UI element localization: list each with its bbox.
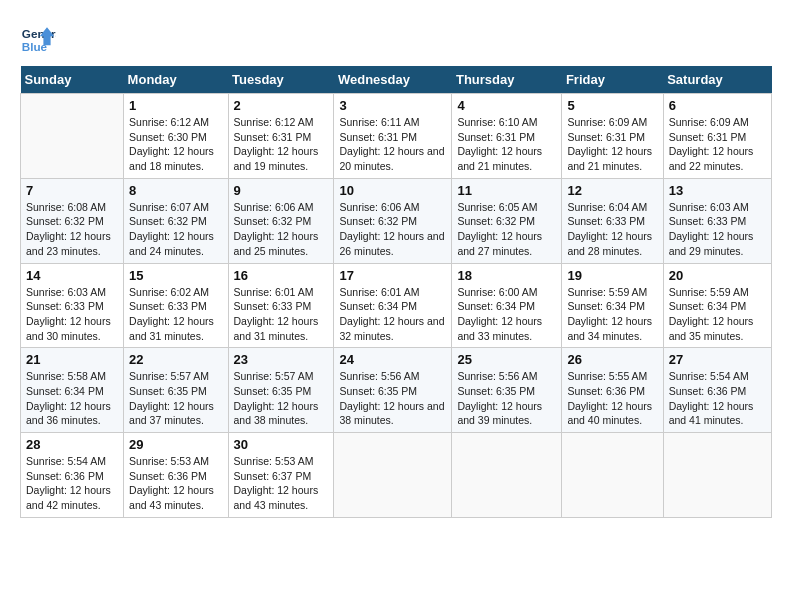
day-info: Sunrise: 6:06 AMSunset: 6:32 PMDaylight:… [234,200,329,259]
calendar-cell: 4 Sunrise: 6:10 AMSunset: 6:31 PMDayligh… [452,94,562,179]
day-number: 25 [457,352,556,367]
day-info: Sunrise: 6:06 AMSunset: 6:32 PMDaylight:… [339,200,446,259]
day-info: Sunrise: 5:59 AMSunset: 6:34 PMDaylight:… [567,285,657,344]
day-info: Sunrise: 6:11 AMSunset: 6:31 PMDaylight:… [339,115,446,174]
day-number: 21 [26,352,118,367]
day-info: Sunrise: 6:01 AMSunset: 6:33 PMDaylight:… [234,285,329,344]
weekday-header: Tuesday [228,66,334,94]
calendar-cell: 22 Sunrise: 5:57 AMSunset: 6:35 PMDaylig… [124,348,228,433]
day-number: 26 [567,352,657,367]
calendar-cell: 9 Sunrise: 6:06 AMSunset: 6:32 PMDayligh… [228,178,334,263]
day-number: 10 [339,183,446,198]
day-info: Sunrise: 6:10 AMSunset: 6:31 PMDaylight:… [457,115,556,174]
day-info: Sunrise: 5:54 AMSunset: 6:36 PMDaylight:… [669,369,766,428]
day-number: 14 [26,268,118,283]
day-number: 1 [129,98,222,113]
calendar-table: SundayMondayTuesdayWednesdayThursdayFrid… [20,66,772,518]
day-info: Sunrise: 6:03 AMSunset: 6:33 PMDaylight:… [26,285,118,344]
day-number: 7 [26,183,118,198]
calendar-cell: 28 Sunrise: 5:54 AMSunset: 6:36 PMDaylig… [21,433,124,518]
calendar-cell: 11 Sunrise: 6:05 AMSunset: 6:32 PMDaylig… [452,178,562,263]
day-number: 4 [457,98,556,113]
logo: General Blue [20,20,62,56]
day-number: 24 [339,352,446,367]
calendar-cell: 6 Sunrise: 6:09 AMSunset: 6:31 PMDayligh… [663,94,771,179]
calendar-cell: 25 Sunrise: 5:56 AMSunset: 6:35 PMDaylig… [452,348,562,433]
day-number: 22 [129,352,222,367]
day-info: Sunrise: 5:57 AMSunset: 6:35 PMDaylight:… [129,369,222,428]
day-number: 8 [129,183,222,198]
day-info: Sunrise: 6:12 AMSunset: 6:30 PMDaylight:… [129,115,222,174]
calendar-cell: 23 Sunrise: 5:57 AMSunset: 6:35 PMDaylig… [228,348,334,433]
day-info: Sunrise: 6:03 AMSunset: 6:33 PMDaylight:… [669,200,766,259]
weekday-header: Wednesday [334,66,452,94]
day-number: 13 [669,183,766,198]
day-number: 17 [339,268,446,283]
weekday-header: Saturday [663,66,771,94]
day-info: Sunrise: 6:02 AMSunset: 6:33 PMDaylight:… [129,285,222,344]
day-info: Sunrise: 5:56 AMSunset: 6:35 PMDaylight:… [339,369,446,428]
calendar-cell: 30 Sunrise: 5:53 AMSunset: 6:37 PMDaylig… [228,433,334,518]
calendar-cell: 21 Sunrise: 5:58 AMSunset: 6:34 PMDaylig… [21,348,124,433]
day-number: 16 [234,268,329,283]
page-header: General Blue [20,20,772,56]
day-info: Sunrise: 6:09 AMSunset: 6:31 PMDaylight:… [567,115,657,174]
calendar-cell [334,433,452,518]
calendar-cell: 29 Sunrise: 5:53 AMSunset: 6:36 PMDaylig… [124,433,228,518]
day-info: Sunrise: 5:57 AMSunset: 6:35 PMDaylight:… [234,369,329,428]
day-number: 30 [234,437,329,452]
calendar-cell: 26 Sunrise: 5:55 AMSunset: 6:36 PMDaylig… [562,348,663,433]
day-number: 18 [457,268,556,283]
calendar-cell: 27 Sunrise: 5:54 AMSunset: 6:36 PMDaylig… [663,348,771,433]
day-info: Sunrise: 5:59 AMSunset: 6:34 PMDaylight:… [669,285,766,344]
day-info: Sunrise: 5:53 AMSunset: 6:36 PMDaylight:… [129,454,222,513]
weekday-header: Friday [562,66,663,94]
day-info: Sunrise: 6:12 AMSunset: 6:31 PMDaylight:… [234,115,329,174]
calendar-cell [562,433,663,518]
calendar-cell [452,433,562,518]
day-number: 5 [567,98,657,113]
day-number: 15 [129,268,222,283]
calendar-cell: 10 Sunrise: 6:06 AMSunset: 6:32 PMDaylig… [334,178,452,263]
calendar-cell: 17 Sunrise: 6:01 AMSunset: 6:34 PMDaylig… [334,263,452,348]
weekday-header: Sunday [21,66,124,94]
day-info: Sunrise: 6:04 AMSunset: 6:33 PMDaylight:… [567,200,657,259]
calendar-cell: 12 Sunrise: 6:04 AMSunset: 6:33 PMDaylig… [562,178,663,263]
day-info: Sunrise: 6:08 AMSunset: 6:32 PMDaylight:… [26,200,118,259]
calendar-cell [663,433,771,518]
day-info: Sunrise: 6:01 AMSunset: 6:34 PMDaylight:… [339,285,446,344]
day-number: 19 [567,268,657,283]
day-number: 23 [234,352,329,367]
day-number: 29 [129,437,222,452]
calendar-cell: 1 Sunrise: 6:12 AMSunset: 6:30 PMDayligh… [124,94,228,179]
calendar-cell: 15 Sunrise: 6:02 AMSunset: 6:33 PMDaylig… [124,263,228,348]
weekday-header: Monday [124,66,228,94]
weekday-header: Thursday [452,66,562,94]
calendar-cell: 7 Sunrise: 6:08 AMSunset: 6:32 PMDayligh… [21,178,124,263]
calendar-cell: 14 Sunrise: 6:03 AMSunset: 6:33 PMDaylig… [21,263,124,348]
calendar-cell: 3 Sunrise: 6:11 AMSunset: 6:31 PMDayligh… [334,94,452,179]
calendar-cell: 5 Sunrise: 6:09 AMSunset: 6:31 PMDayligh… [562,94,663,179]
calendar-cell: 24 Sunrise: 5:56 AMSunset: 6:35 PMDaylig… [334,348,452,433]
day-number: 6 [669,98,766,113]
day-number: 3 [339,98,446,113]
day-number: 2 [234,98,329,113]
day-info: Sunrise: 5:58 AMSunset: 6:34 PMDaylight:… [26,369,118,428]
calendar-cell: 2 Sunrise: 6:12 AMSunset: 6:31 PMDayligh… [228,94,334,179]
day-number: 12 [567,183,657,198]
day-info: Sunrise: 6:05 AMSunset: 6:32 PMDaylight:… [457,200,556,259]
calendar-cell: 13 Sunrise: 6:03 AMSunset: 6:33 PMDaylig… [663,178,771,263]
calendar-cell: 20 Sunrise: 5:59 AMSunset: 6:34 PMDaylig… [663,263,771,348]
day-info: Sunrise: 5:54 AMSunset: 6:36 PMDaylight:… [26,454,118,513]
calendar-cell [21,94,124,179]
day-info: Sunrise: 6:07 AMSunset: 6:32 PMDaylight:… [129,200,222,259]
calendar-cell: 8 Sunrise: 6:07 AMSunset: 6:32 PMDayligh… [124,178,228,263]
day-number: 27 [669,352,766,367]
calendar-cell: 18 Sunrise: 6:00 AMSunset: 6:34 PMDaylig… [452,263,562,348]
day-number: 9 [234,183,329,198]
logo-icon: General Blue [20,20,56,56]
calendar-cell: 19 Sunrise: 5:59 AMSunset: 6:34 PMDaylig… [562,263,663,348]
day-info: Sunrise: 5:56 AMSunset: 6:35 PMDaylight:… [457,369,556,428]
day-info: Sunrise: 5:53 AMSunset: 6:37 PMDaylight:… [234,454,329,513]
day-number: 28 [26,437,118,452]
